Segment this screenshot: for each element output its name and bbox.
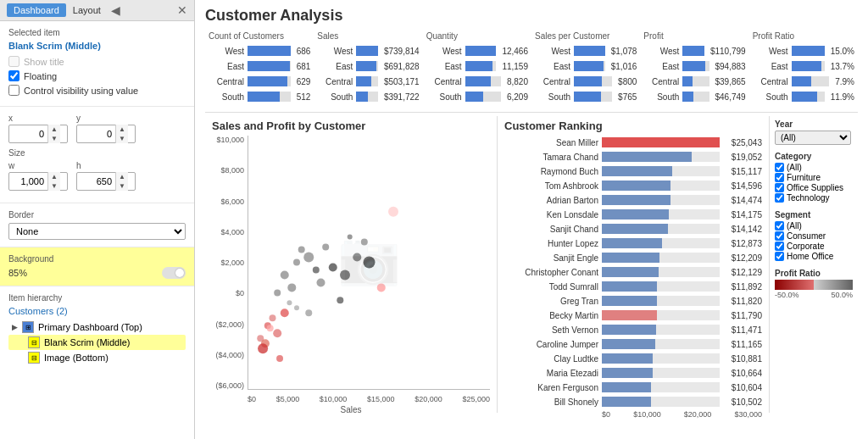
segment-checkbox[interactable] — [775, 221, 784, 231]
x-axis-label: $10,000 — [320, 395, 348, 403]
control-visibility-checkbox[interactable] — [8, 85, 19, 96]
hierarchy-item-primary[interactable]: ▶ ⊞ Primary Dashboard (Top) — [8, 320, 186, 335]
row-label: South — [753, 92, 788, 102]
bar-fill — [682, 61, 705, 71]
bar-track — [356, 76, 378, 86]
hierarchy-item-image[interactable]: ⊟ Image (Bottom) — [8, 350, 186, 365]
category-checkbox[interactable] — [775, 163, 784, 172]
h-spinner[interactable]: 650 ▲ ▼ — [76, 172, 136, 191]
y-down[interactable]: ▼ — [116, 134, 128, 143]
rank-bar-fill — [602, 238, 662, 248]
bar-value: 11.9% — [831, 92, 854, 102]
category-option-label: Furniture — [787, 173, 821, 182]
rank-bar-fill — [602, 137, 720, 147]
rank-name: Tamara Chand — [504, 153, 602, 162]
border-section: Border None — [0, 203, 194, 247]
background-toggle[interactable] — [162, 267, 186, 279]
category-checkbox[interactable] — [775, 173, 784, 182]
category-checkbox[interactable] — [775, 183, 784, 192]
control-visibility-checkbox-row: Control visibility using value — [8, 85, 186, 96]
category-checkbox[interactable] — [775, 193, 784, 203]
rank-name: Seth Vernon — [504, 325, 602, 335]
ranking-item: Raymond Buch$15,117 — [504, 164, 762, 178]
w-down[interactable]: ▼ — [48, 181, 60, 191]
floating-checkbox[interactable] — [8, 70, 19, 81]
h-down[interactable]: ▼ — [116, 181, 128, 191]
rank-bar-track — [602, 209, 720, 220]
scatter-dot — [274, 289, 281, 296]
rank-name: Sean Miller — [504, 138, 602, 147]
rank-name: Maria Etezadi — [504, 369, 602, 378]
ranking-item: Todd Sumrall$11,892 — [504, 280, 762, 293]
show-title-checkbox[interactable] — [8, 56, 19, 67]
x-input[interactable]: 0 — [9, 129, 47, 139]
segment-checkbox[interactable] — [775, 242, 784, 251]
rank-bar-fill — [602, 368, 653, 378]
panel-collapse-button[interactable]: ◀ — [111, 3, 120, 17]
bar-track — [574, 76, 612, 86]
bar-track — [356, 61, 378, 71]
left-panel: Dashboard Layout ◀ ✕ Selected item Blank… — [0, 0, 195, 439]
table-row: East$1,016 — [535, 59, 637, 73]
panel-close-button[interactable]: ✕ — [177, 3, 187, 17]
scatter-dot — [303, 253, 314, 263]
year-filter-group: Year (All) — [775, 119, 853, 145]
rank-value: $12,873 — [720, 239, 762, 248]
item-hierarchy-section: Item hierarchy Customers (2) ▶ ⊞ Primary… — [0, 286, 194, 372]
y-axis-label: $6,000 — [220, 197, 244, 206]
profit-ratio-labels: -50.0% 50.0% — [775, 291, 853, 299]
bar-track — [682, 46, 704, 56]
row-label: Central — [535, 77, 570, 86]
table-row: Central$503,171 — [317, 75, 419, 88]
hierarchy-item-blank-scrim[interactable]: ⊟ Blank Scrim (Middle) — [8, 335, 186, 350]
table-row: South$765 — [535, 90, 637, 103]
rank-value: $11,820 — [720, 297, 762, 306]
row-label: West — [535, 47, 570, 56]
h-up[interactable]: ▲ — [116, 172, 128, 181]
scatter-dot — [273, 329, 281, 337]
h-input[interactable]: 650 — [77, 176, 115, 186]
border-select[interactable]: None — [8, 223, 186, 240]
rank-bar-fill — [602, 181, 670, 191]
y-axis-label: $0 — [236, 289, 244, 297]
w-spinner[interactable]: 1,000 ▲ ▼ — [8, 172, 68, 191]
border-label: Border — [8, 210, 186, 220]
rank-bar-fill — [602, 224, 668, 234]
category-filter-row: (All) — [775, 163, 853, 172]
floating-checkbox-row: Floating — [8, 70, 186, 81]
bar-fill — [574, 92, 601, 102]
bar-fill — [248, 46, 291, 56]
h-group: h 650 ▲ ▼ — [76, 161, 136, 191]
year-select[interactable]: (All) — [775, 131, 851, 145]
ranking-item: Christopher Conant$12,129 — [504, 265, 762, 279]
y-input[interactable]: 0 — [77, 129, 115, 139]
rank-bar-track — [602, 281, 720, 292]
w-input[interactable]: 1,000 — [9, 176, 47, 186]
x-spinner[interactable]: 0 ▲ ▼ — [8, 125, 68, 143]
segment-checkbox[interactable] — [775, 231, 784, 241]
bar-value: $94,883 — [715, 62, 746, 71]
x-down[interactable]: ▼ — [48, 134, 60, 143]
rank-bar-fill — [602, 325, 656, 335]
ranking-item: Tom Ashbrook$14,596 — [504, 179, 762, 192]
bar-value: 15.0% — [831, 47, 854, 56]
bar-fill — [465, 76, 491, 86]
rank-name: Caroline Jumper — [504, 340, 602, 349]
y-spinner[interactable]: 0 ▲ ▼ — [76, 125, 136, 143]
ranking-x-label: $30,000 — [734, 410, 762, 419]
bar-fill — [792, 46, 825, 56]
x-up[interactable]: ▲ — [48, 125, 60, 134]
row-label: East — [426, 62, 462, 71]
w-up[interactable]: ▲ — [48, 172, 60, 181]
bar-value: $391,722 — [384, 92, 420, 102]
y-up[interactable]: ▲ — [116, 125, 128, 134]
table-row: South$46,749 — [643, 90, 745, 103]
rank-name: Karen Ferguson — [504, 383, 602, 392]
segment-checkbox[interactable] — [775, 252, 784, 261]
bar-fill — [465, 92, 483, 102]
y-position-group: y 0 ▲ ▼ — [76, 114, 136, 143]
scatter-plot-area: 📷 $0$5,000$10,000$15,000$20,000$25,000 — [248, 136, 490, 390]
segment-option-label: Home Office — [787, 252, 833, 261]
dashboard-tab[interactable]: Dashboard — [7, 3, 66, 17]
scatter-svg: 📷 — [248, 136, 490, 390]
